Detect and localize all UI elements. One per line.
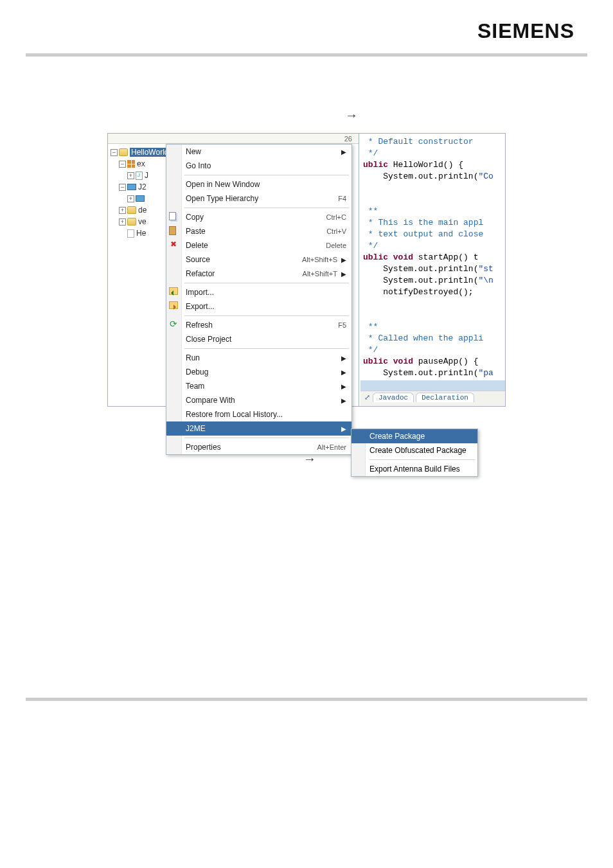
menu-delete[interactable]: DeleteDelete — [166, 238, 351, 252]
tab-javadoc[interactable]: Javadoc — [373, 393, 414, 402]
menu-separator — [184, 315, 349, 316]
folder-icon — [127, 206, 136, 214]
code-text: System.out.println( — [363, 276, 478, 285]
folder-icon — [127, 218, 136, 226]
tree-node-label[interactable]: ex — [137, 159, 145, 168]
submenu-export-antenna[interactable]: Export Antenna Build Files — [351, 462, 477, 476]
code-text: HelloWorld() { — [388, 160, 463, 170]
bottom-tab-bar: ⤢ Javadoc Declaration — [360, 391, 505, 406]
menu-new[interactable]: New▶ — [166, 145, 351, 159]
code-text: * text output and close — [363, 229, 483, 239]
submenu-arrow-icon: ▶ — [341, 397, 346, 404]
menu-restore-history[interactable]: Restore from Local History... — [166, 407, 351, 421]
code-text: ** — [363, 206, 378, 216]
menu-debug[interactable]: Debug▶ — [166, 365, 351, 379]
menu-shortcut: Delete — [326, 242, 346, 249]
tree-node-label[interactable]: de — [138, 206, 147, 215]
code-text: System.out.println( — [363, 264, 478, 274]
context-menu[interactable]: New▶ Go Into Open in New Window Open Typ… — [166, 144, 352, 455]
code-text: */ — [363, 241, 378, 251]
code-text: System.out.println( — [363, 368, 478, 378]
code-editor[interactable]: * Default constructor */ ublic HelloWorl… — [359, 134, 505, 406]
refresh-icon — [169, 320, 179, 330]
menu-run[interactable]: Run▶ — [166, 351, 351, 365]
submenu-arrow-icon: ▶ — [341, 148, 346, 155]
expand-icon[interactable]: + — [127, 172, 134, 179]
code-text: notifyDestroyed(); — [363, 287, 474, 297]
menu-properties[interactable]: PropertiesAlt+Enter — [166, 440, 351, 454]
code-text: ublic void — [363, 357, 413, 366]
code-text: */ — [363, 345, 378, 355]
code-text: * This is the main appl — [363, 218, 483, 227]
menu-copy[interactable]: CopyCtrl+C — [166, 210, 351, 224]
menu-refresh[interactable]: RefreshF5 — [166, 318, 351, 332]
code-text: "\n — [478, 276, 493, 285]
submenu-create-package[interactable]: Create Package — [351, 429, 477, 443]
menu-open-new-window[interactable]: Open in New Window — [166, 177, 351, 191]
code-text: ** — [363, 322, 378, 332]
menu-team[interactable]: Team▶ — [166, 379, 351, 393]
code-text: "pa — [478, 368, 493, 378]
menu-separator — [369, 459, 475, 460]
copy-icon — [169, 212, 176, 220]
library-icon — [127, 184, 136, 190]
menu-shortcut: F4 — [338, 195, 346, 202]
j2me-submenu[interactable]: Create Package Create Obfuscated Package… — [351, 429, 478, 477]
menu-separator — [184, 208, 349, 208]
menu-separator — [184, 175, 349, 175]
export-icon — [169, 301, 178, 309]
menu-close-project[interactable]: Close Project — [166, 332, 351, 346]
expand-icon[interactable]: + — [119, 218, 126, 226]
collapse-icon[interactable]: – — [111, 149, 118, 156]
code-text: ublic void — [363, 252, 413, 262]
tab-declaration[interactable]: Declaration — [416, 393, 474, 402]
file-icon — [127, 229, 134, 238]
menu-import[interactable]: Import... — [166, 285, 351, 299]
code-text: pauseApp() { — [413, 357, 478, 366]
code-text: * Called when the appli — [363, 333, 483, 343]
menu-j2me[interactable]: J2ME▶ — [166, 421, 351, 436]
menu-export[interactable]: Export... — [166, 299, 351, 314]
code-text: "Co — [478, 172, 493, 181]
brand-logo: SIEMENS — [477, 19, 574, 42]
tree-root-label[interactable]: HelloWorld — [130, 148, 170, 157]
tree-node-label[interactable]: He — [136, 229, 146, 238]
menu-go-into[interactable]: Go Into — [166, 159, 351, 173]
code-text: * Default constructor — [363, 137, 474, 146]
import-icon — [169, 287, 178, 295]
submenu-create-obfuscated[interactable]: Create Obfuscated Package — [351, 443, 477, 457]
code-text: System.out.println( — [363, 172, 478, 181]
delete-icon — [169, 240, 179, 251]
menu-shortcut: Alt+Shift+S — [302, 256, 337, 263]
submenu-arrow-icon: ▶ — [341, 256, 346, 263]
project-folder-icon — [119, 148, 128, 156]
tree-node-label[interactable]: ve — [138, 217, 147, 226]
submenu-arrow-icon: ▶ — [341, 369, 346, 376]
restore-icon[interactable]: ⤢ — [364, 393, 370, 402]
menu-shortcut: Ctrl+C — [326, 213, 346, 221]
menu-open-type-hierarchy[interactable]: Open Type HierarchyF4 — [166, 191, 351, 206]
collapse-icon[interactable]: – — [119, 161, 126, 168]
eclipse-screenshot: 26 – HelloWorld –ex +J –J2 + +de +ve He … — [107, 133, 506, 407]
tree-node-label[interactable]: J2 — [138, 182, 147, 191]
code-text: ublic — [363, 160, 388, 170]
editor-selection-bar — [360, 380, 505, 391]
menu-shortcut: Ctrl+V — [326, 227, 346, 235]
submenu-arrow-icon: ▶ — [341, 383, 346, 390]
menu-separator — [184, 438, 349, 438]
code-text: startApp() t — [413, 252, 478, 262]
menu-separator — [184, 348, 349, 349]
tree-node-label[interactable]: J — [145, 171, 148, 180]
code-text: */ — [363, 148, 378, 158]
code-text: "st — [478, 264, 493, 274]
menu-compare-with[interactable]: Compare With▶ — [166, 393, 351, 407]
menu-shortcut: Alt+Enter — [317, 443, 346, 451]
collapse-icon[interactable]: – — [119, 184, 126, 191]
submenu-arrow-icon: ▶ — [341, 355, 346, 362]
expand-icon[interactable]: + — [119, 207, 126, 214]
expand-icon[interactable]: + — [127, 195, 134, 202]
menu-source[interactable]: SourceAlt+Shift+S▶ — [166, 252, 351, 267]
menu-paste[interactable]: PasteCtrl+V — [166, 224, 351, 238]
library-icon — [136, 195, 145, 202]
menu-refactor[interactable]: RefactorAlt+Shift+T▶ — [166, 267, 351, 281]
